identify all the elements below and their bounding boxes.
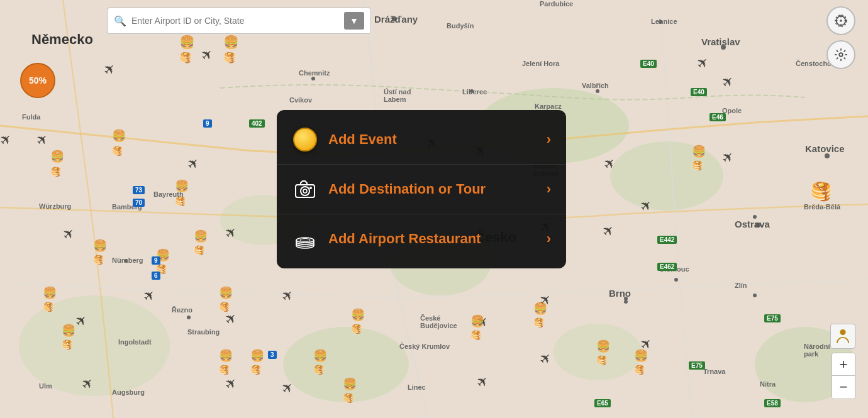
event-icon [292, 126, 318, 153]
search-bar[interactable]: 🔍 ▼ [107, 8, 371, 34]
svg-point-15 [825, 153, 830, 158]
menu-item-add-restaurant[interactable]: Add Airport Restaurant › [277, 214, 566, 263]
svg-point-21 [753, 215, 757, 219]
svg-point-35 [303, 189, 307, 193]
svg-point-13 [659, 20, 662, 24]
route-badge-9b: 9 [152, 256, 160, 265]
person-button[interactable] [830, 324, 855, 349]
svg-point-34 [301, 187, 309, 195]
locate-button[interactable] [826, 6, 855, 35]
search-dropdown-button[interactable]: ▼ [344, 12, 364, 30]
context-menu: Add Event › Add Destination or Tour › [277, 110, 566, 268]
svg-point-5 [283, 327, 409, 402]
svg-point-31 [839, 53, 843, 57]
settings-button[interactable] [826, 40, 855, 69]
route-badge-402: 402 [249, 119, 265, 128]
route-badge-3: 3 [268, 351, 277, 359]
svg-point-23 [187, 316, 191, 319]
menu-item-add-destination[interactable]: Add Destination or Tour › [277, 165, 566, 214]
svg-point-16 [755, 223, 760, 228]
add-restaurant-arrow: › [547, 231, 551, 247]
add-event-arrow: › [547, 131, 551, 148]
svg-point-9 [392, 16, 397, 21]
add-destination-label: Add Destination or Tour [328, 181, 547, 197]
route-badge-6: 6 [152, 272, 160, 280]
percent-badge: 50% [20, 63, 55, 98]
svg-point-22 [124, 259, 128, 263]
route-badge-73: 73 [133, 186, 145, 194]
search-icon: 🔍 [114, 15, 126, 27]
restaurant-icon [292, 226, 318, 252]
svg-point-36 [309, 187, 312, 189]
route-badge-e442: E442 [657, 236, 677, 244]
svg-point-12 [596, 89, 599, 93]
svg-point-19 [753, 294, 757, 297]
svg-point-10 [311, 77, 315, 80]
menu-item-add-event[interactable]: Add Event › [277, 115, 566, 165]
map-controls [826, 6, 855, 69]
svg-point-8 [554, 324, 642, 380]
route-badge-e462: E462 [657, 263, 677, 271]
svg-point-14 [721, 45, 726, 50]
route-badge-70: 70 [133, 199, 145, 207]
destination-icon [292, 176, 318, 202]
dropdown-icon: ▼ [350, 16, 359, 26]
svg-point-11 [470, 89, 474, 93]
route-badge-e40-1: E40 [640, 60, 657, 68]
svg-point-25 [840, 19, 842, 22]
search-input[interactable] [131, 16, 340, 26]
route-badge-e65: E65 [594, 399, 611, 407]
route-badge-e75-2: E75 [689, 361, 705, 370]
route-badge-e58: E58 [764, 399, 781, 407]
svg-point-17 [674, 278, 678, 282]
svg-point-20 [624, 300, 628, 304]
svg-point-3 [610, 141, 723, 211]
route-badge-e46: E46 [709, 113, 726, 121]
zoom-out-button[interactable]: − [832, 376, 855, 399]
add-destination-arrow: › [547, 181, 551, 197]
route-badge-9: 9 [203, 119, 212, 128]
route-badge-e75-1: E75 [764, 314, 781, 322]
zoom-controls: + − [832, 353, 855, 399]
add-restaurant-label: Add Airport Restaurant [328, 231, 547, 247]
route-badge-e40-2: E40 [691, 88, 707, 96]
svg-point-32 [840, 329, 845, 335]
add-event-label: Add Event [328, 131, 547, 148]
svg-point-7 [19, 295, 170, 396]
zoom-in-button[interactable]: + [832, 353, 855, 376]
